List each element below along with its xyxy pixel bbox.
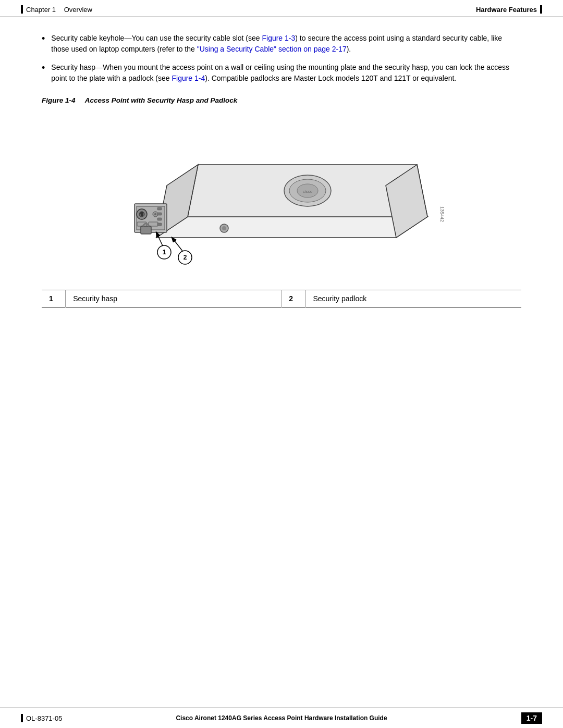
svg-text:1: 1 [163, 249, 166, 256]
page-header: Chapter 1 Overview Hardware Features [0, 0, 563, 17]
svg-rect-17 [149, 222, 158, 226]
svg-rect-24 [157, 223, 162, 226]
svg-text:135442: 135442 [439, 206, 445, 222]
chapter-number: Chapter 1 [26, 6, 56, 14]
section-title: Hardware Features [476, 6, 537, 14]
svg-text:2: 2 [183, 254, 187, 261]
doc-number: OL-8371-05 [26, 714, 62, 722]
footer-center: Cisco Aironet 1240AG Series Access Point… [176, 714, 387, 722]
callout-1-number: 1 [42, 290, 66, 307]
callout-2-number: 2 [282, 290, 305, 307]
device-drawing: cisco [104, 113, 459, 279]
svg-point-15 [154, 213, 156, 215]
guide-title: Cisco Aironet 1240AG Series Access Point… [176, 714, 387, 722]
chapter-title: Overview [64, 6, 92, 14]
svg-rect-13 [141, 213, 143, 216]
header-left: Chapter 1 Overview [21, 5, 92, 14]
device-svg: cisco [104, 113, 459, 279]
main-content: Security cable keyhole—You can use the s… [0, 17, 563, 349]
svg-rect-18 [141, 226, 151, 234]
svg-rect-22 [157, 213, 162, 215]
svg-rect-21 [157, 207, 162, 210]
callout-2-label: Security padlock [305, 290, 521, 307]
figure-caption: Figure 1-4 Access Point with Security Ha… [42, 96, 521, 104]
svg-marker-0 [156, 217, 427, 238]
svg-text:cisco: cisco [303, 189, 313, 194]
figure-container: cisco [42, 113, 521, 279]
header-right: Hardware Features [476, 5, 542, 14]
header-bar-right [540, 5, 542, 14]
list-item-hasp-text: Security hasp—When you mount the access … [51, 62, 521, 84]
page-number: 1-7 [521, 712, 542, 724]
header-bar-left [21, 5, 23, 14]
list-item-cable: Security cable keyhole—You can use the s… [42, 33, 521, 55]
footer-left: OL-8371-05 [21, 714, 62, 722]
figure-1-4-link[interactable]: Figure 1-4 [172, 74, 205, 82]
security-cable-link[interactable]: "Using a Security Cable" section on page… [197, 45, 347, 53]
page-footer: OL-8371-05 Cisco Aironet 1240AG Series A… [0, 708, 563, 728]
svg-point-20 [222, 226, 226, 230]
svg-rect-23 [157, 218, 162, 220]
list-item-hasp: Security hasp—When you mount the access … [42, 62, 521, 84]
callout-1-label: Security hasp [66, 290, 282, 307]
callout-table: 1 Security hasp 2 Security padlock [42, 290, 521, 307]
callout-row-1: 1 Security hasp 2 Security padlock [42, 290, 521, 307]
list-item-cable-text: Security cable keyhole—You can use the s… [51, 33, 521, 55]
footer-bar [21, 714, 23, 722]
figure-label: Figure 1-4 Access Point with Security Ha… [42, 96, 237, 104]
feature-list: Security cable keyhole—You can use the s… [42, 33, 521, 84]
figure-1-3-link[interactable]: Figure 1-3 [262, 34, 295, 42]
